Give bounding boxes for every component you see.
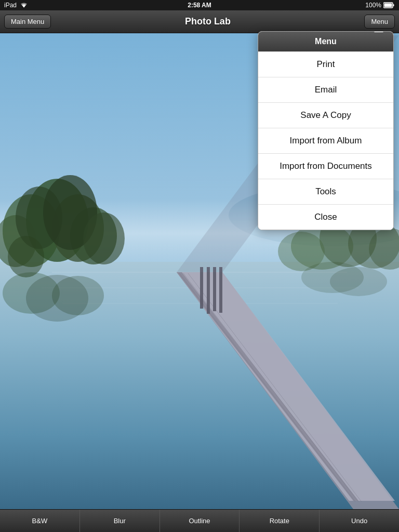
toolbar-undo-button[interactable]: Undo (320, 510, 399, 532)
menu-item-print[interactable]: Print (258, 51, 393, 77)
toolbar-outline-button[interactable]: Outline (160, 510, 240, 532)
status-right: 100% (365, 2, 395, 9)
bottom-toolbar: B&W Blur Outline Rotate Undo (0, 509, 399, 532)
svg-rect-37 (213, 267, 216, 311)
svg-point-18 (8, 236, 44, 277)
toolbar-rotate-button[interactable]: Rotate (240, 510, 320, 532)
svg-rect-1 (393, 4, 394, 6)
svg-rect-38 (219, 267, 222, 313)
main-menu-button[interactable]: Main Menu (4, 15, 51, 29)
svg-rect-35 (200, 267, 203, 309)
nav-bar: Main Menu Photo Lab Menu (0, 10, 399, 33)
menu-item-tools[interactable]: Tools (258, 179, 393, 204)
svg-rect-2 (384, 4, 392, 7)
dropdown-menu: Menu Print Email Save A Copy Import from… (258, 31, 394, 230)
battery-icon (383, 2, 395, 8)
svg-point-21 (52, 276, 104, 315)
menu-item-close[interactable]: Close (258, 204, 393, 230)
svg-rect-36 (207, 267, 210, 314)
status-bar: iPad 2:58 AM 100% (0, 0, 399, 10)
status-time: 2:58 AM (188, 2, 211, 9)
menu-item-import-docs[interactable]: Import from Documents (258, 153, 393, 179)
wifi-icon (20, 2, 28, 8)
status-left: iPad (4, 2, 28, 9)
svg-point-17 (83, 212, 125, 264)
menu-button[interactable]: Menu (364, 15, 395, 29)
page-title: Photo Lab (185, 16, 231, 27)
battery-label: 100% (365, 2, 381, 9)
menu-item-save-copy[interactable]: Save A Copy (258, 102, 393, 128)
menu-item-import-album[interactable]: Import from Album (258, 128, 393, 153)
toolbar-bw-button[interactable]: B&W (0, 510, 80, 532)
toolbar-blur-button[interactable]: Blur (80, 510, 160, 532)
menu-header: Menu (258, 32, 393, 51)
svg-point-28 (330, 267, 387, 296)
device-label: iPad (4, 2, 17, 9)
menu-item-email[interactable]: Email (258, 77, 393, 102)
